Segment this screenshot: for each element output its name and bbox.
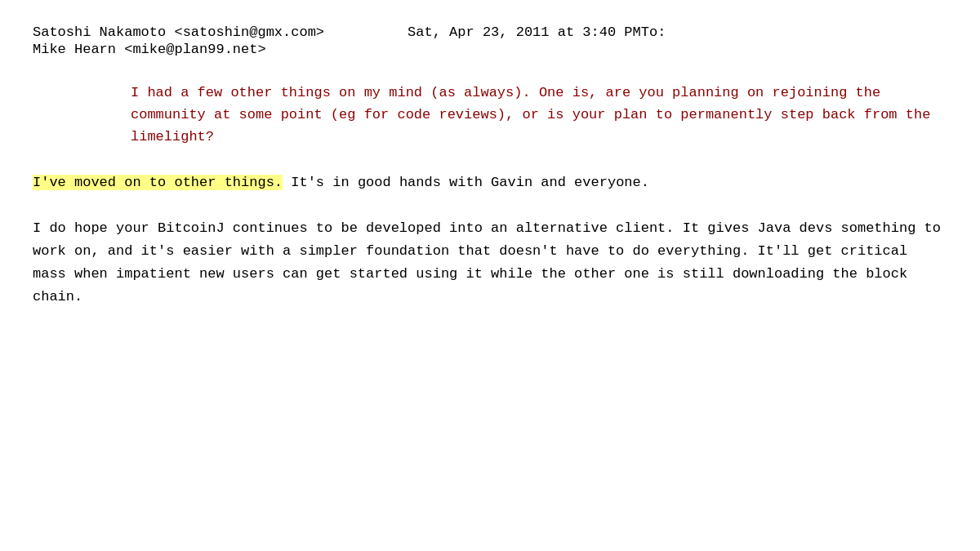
reply-continuation: It's in good hands with Gavin and everyo… [283,175,649,190]
sender-name-email: Satoshi Nakamoto <satoshin@gmx.com> [33,24,324,40]
email-header: Satoshi Nakamoto <satoshin@gmx.com> Sat,… [33,24,947,57]
email-body: I had a few other things on my mind (as … [33,82,947,309]
recipient: Mike Hearn <mike@plan99.net> [33,42,266,57]
quoted-block: I had a few other things on my mind (as … [131,82,947,149]
email-recipient-line: Mike Hearn <mike@plan99.net> [33,42,947,57]
main-paragraph: I do hope your BitcoinJ continues to be … [33,217,947,309]
quoted-text: I had a few other things on my mind (as … [131,82,947,149]
email-sender-line: Satoshi Nakamoto <satoshin@gmx.com> Sat,… [33,24,947,40]
email-container: Satoshi Nakamoto <satoshin@gmx.com> Sat,… [0,0,980,551]
email-datetime: Sat, Apr 23, 2011 at 3:40 PMTo: [408,24,666,40]
reply-section: I've moved on to other things. It's in g… [33,171,947,194]
reply-line: I've moved on to other things. It's in g… [33,175,649,190]
highlighted-phrase: I've moved on to other things. [33,175,283,190]
